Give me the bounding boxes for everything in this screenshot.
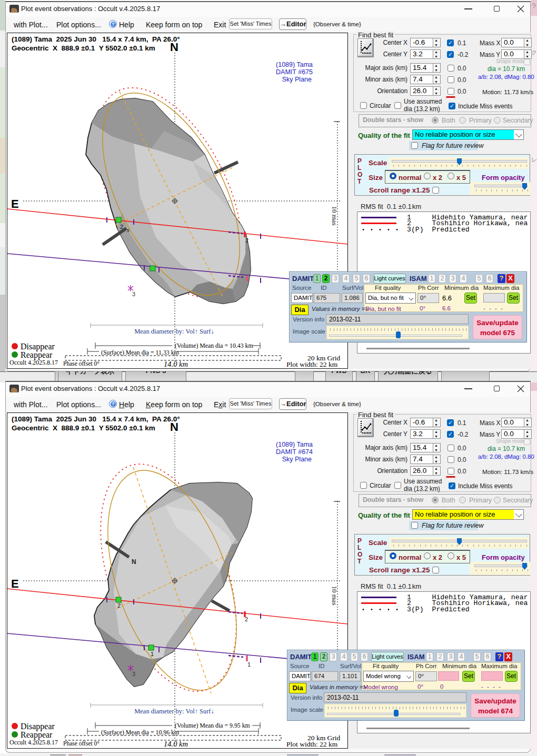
svg-text:Sky Plane: Sky Plane <box>282 76 312 83</box>
svg-text:14.0 km: 14.0 km <box>164 740 188 748</box>
svg-text:Phase offset 0°: Phase offset 0° <box>63 360 100 367</box>
svg-text:2: 2 <box>120 224 123 230</box>
svg-text:Occult 4.2025.8.17: Occult 4.2025.8.17 <box>9 739 58 746</box>
svg-text:(Volume) Mean dia = 10.43 km: (Volume) Mean dia = 10.43 km <box>175 342 253 349</box>
svg-text:Sky Plane: Sky Plane <box>282 456 312 463</box>
svg-text:DAMIT #674: DAMIT #674 <box>276 448 313 456</box>
svg-text:(1089) Tama 2025 Jun 30 15.: (1089) Tama 2025 Jun 30 15.4 x 7.4 km, P… <box>12 415 180 423</box>
svg-text:Mean diameter by: Vol↑ Surf↓: Mean diameter by: Vol↑ Surf↓ <box>134 328 214 335</box>
svg-text:(1089) Tama: (1089) Tama <box>276 441 313 448</box>
svg-text:N: N <box>170 420 178 434</box>
svg-text:1: 1 <box>247 661 251 668</box>
svg-text:Geocentric X 888.9 ±0.1 Y 5: Geocentric X 888.9 ±0.1 Y 5502.0 ±0.1 km <box>12 424 155 432</box>
svg-text:1: 1 <box>151 651 154 657</box>
svg-text:14.0 km: 14.0 km <box>164 360 188 368</box>
svg-text:s: s <box>127 226 130 234</box>
svg-text:Mean diameter by: Vol↑ Surf↓: Mean diameter by: Vol↑ Surf↓ <box>134 708 214 715</box>
svg-text:E: E <box>11 577 19 590</box>
svg-text:(1089) Tama: (1089) Tama <box>276 61 313 68</box>
svg-text:Plot width: 22 km: Plot width: 22 km <box>286 740 338 748</box>
svg-text:3: 3 <box>132 291 135 297</box>
svg-text:Phase offset 0°: Phase offset 0° <box>63 740 100 747</box>
svg-text:2: 2 <box>245 616 248 622</box>
svg-text:10 mas: 10 mas <box>331 586 339 605</box>
svg-text:10 mas: 10 mas <box>331 206 339 225</box>
svg-text:(Surface) Mean dia = 10.96 km: (Surface) Mean dia = 10.96 km <box>101 729 179 736</box>
svg-text:2: 2 <box>245 237 248 244</box>
svg-text:(1089) Tama 2025 Jun 30 15.: (1089) Tama 2025 Jun 30 15.4 x 7.4 km, P… <box>12 35 180 43</box>
svg-text:DAMIT #675: DAMIT #675 <box>276 68 313 76</box>
svg-text:Occult 4.2025.8.17: Occult 4.2025.8.17 <box>9 359 58 366</box>
svg-text:(Volume) Mean dia = 9.95 km: (Volume) Mean dia = 9.95 km <box>175 722 250 729</box>
svg-text:2: 2 <box>117 602 121 609</box>
svg-text:Geocentric X 888.9 ±0.1 Y 5: Geocentric X 888.9 ±0.1 Y 5502.0 ±0.1 km <box>12 44 155 52</box>
svg-text:3: 3 <box>132 671 135 677</box>
svg-text:E: E <box>11 197 19 210</box>
svg-text:N: N <box>170 41 178 54</box>
svg-text:(Surface) Mean dia = 11.33 km: (Surface) Mean dia = 11.33 km <box>101 349 179 356</box>
svg-text:N: N <box>132 558 136 566</box>
svg-text:Plot width: 22 km: Plot width: 22 km <box>286 360 338 368</box>
